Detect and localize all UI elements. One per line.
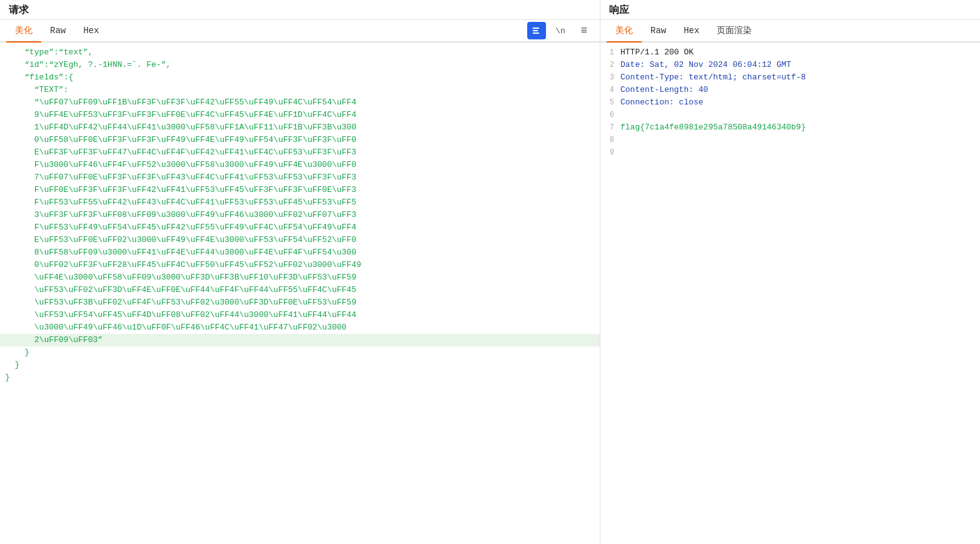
- right-tab-beautify[interactable]: 美化: [607, 20, 642, 43]
- resp-code-line: 8: [600, 134, 980, 146]
- svg-rect-2: [533, 33, 539, 34]
- left-code-line: 1\uFF4D\uFF42\uFF44\uFF41\u3000\uFF58\uF…: [0, 121, 600, 134]
- left-code-line: 9\uFF4E\uFF53\uFF3F\uFF3F\uFF0E\uFF4C\uF…: [0, 109, 600, 121]
- left-code-line: “TEXT”:: [0, 84, 600, 96]
- left-tab-hex[interactable]: Hex: [74, 21, 108, 42]
- resp-code-line: 1HTTP/1.1 200 OK: [600, 46, 980, 59]
- left-code-line: “id”:“zYEgh, ?.-1HNN.=ˆ. Fe-”,: [0, 59, 600, 71]
- left-code-line: \uFF53\uFF3B\uFF02\uFF4F\uFF53\uFF02\u30…: [0, 296, 600, 309]
- left-code-line: \u3000\uFF49\uFF46\u1D\uFF0F\uFF46\uFF4C…: [0, 321, 600, 334]
- left-code-line: 0\uFF02\uFF3F\uFF28\uFF45\uFF4C\uFF50\uF…: [0, 259, 600, 271]
- left-code-line: 0\uFF58\uFF0E\uFF3F\uFF3F\uFF49\uFF4E\uF…: [0, 134, 600, 146]
- right-code-area: 1HTTP/1.1 200 OK2Date: Sat, 02 Nov 2024 …: [600, 43, 980, 544]
- left-code-line: 8\uFF58\uFF09\u3000\uFF41\uFF4E\uFF44\u3…: [0, 246, 600, 259]
- svg-rect-0: [533, 28, 539, 29]
- left-code-line: }: [0, 371, 600, 384]
- right-tab-raw[interactable]: Raw: [642, 21, 675, 42]
- svg-rect-1: [533, 30, 538, 31]
- left-code-area: “type”:“text”, “id”:“zYEgh, ?.-1HNN.=ˆ. …: [0, 43, 600, 544]
- right-panel-header: 响应: [600, 0, 980, 20]
- right-panel: 响应 美化 Raw Hex 页面渲染 1HTTP/1.1 200 OK2Date…: [600, 0, 980, 544]
- resp-code-line: 7flag{7c1a4fe8981e295a78508a49146340b9}: [600, 121, 980, 134]
- resp-code-line: 6: [600, 109, 980, 121]
- right-tab-hex[interactable]: Hex: [675, 21, 708, 42]
- left-panel-header: 请求: [0, 0, 600, 20]
- left-panel: 请求 美化 Raw Hex \n ≡ “type”:“text”, “id”: [0, 0, 600, 544]
- right-tab-bar: 美化 Raw Hex 页面渲染: [600, 20, 980, 43]
- menu-icon-btn[interactable]: ≡: [575, 22, 594, 39]
- left-code-line: E\uFF53\uFF0E\uFF02\u3000\uFF49\uFF4E\u3…: [0, 234, 600, 246]
- left-code-line: “fields”:{: [0, 71, 600, 84]
- format-icon-btn[interactable]: [527, 22, 546, 39]
- left-code-line: E\uFF3F\uFF3F\uFF47\uFF4C\uFF4F\uFF42\uF…: [0, 146, 600, 159]
- left-code-line: F\uFF53\uFF55\uFF42\uFF43\uFF4C\uFF41\uF…: [0, 196, 600, 209]
- left-tab-bar: 美化 Raw Hex \n ≡: [0, 20, 600, 43]
- resp-code-line: 3Content-Type: text/html; charset=utf-8: [600, 71, 980, 84]
- left-code-line: \uFF53\uFF02\uFF3D\uFF4E\uFF0E\uFF44\uFF…: [0, 284, 600, 296]
- resp-code-line: 5Connection: close: [600, 96, 980, 109]
- left-code-line: 2\uFF09\uFF03”: [0, 334, 600, 346]
- left-code-line: F\uFF53\uFF49\uFF54\uFF45\uFF42\uFF55\uF…: [0, 221, 600, 234]
- left-code-line: 3\uFF3F\uFF3F\uFF08\uFF09\u3000\uFF49\uF…: [0, 209, 600, 221]
- left-code-line: F\u3000\uFF46\uFF4F\uFF52\u3000\uFF58\u3…: [0, 159, 600, 171]
- left-tab-beautify[interactable]: 美化: [6, 20, 41, 43]
- left-toolbar: \n ≡: [527, 22, 594, 39]
- left-code-line: \uFF4E\u3000\uFF58\uFF09\u3000\uFF3D\uFF…: [0, 271, 600, 284]
- left-code-line: F\uFF0E\uFF3F\uFF3F\uFF42\uFF41\uFF53\uF…: [0, 184, 600, 196]
- left-tab-raw[interactable]: Raw: [41, 21, 74, 42]
- resp-code-line: 9: [600, 146, 980, 159]
- left-code-line: }: [0, 359, 600, 371]
- left-code-line: 7\uFF07\uFF0E\uFF3F\uFF3F\uFF43\uFF4C\uF…: [0, 171, 600, 184]
- right-tab-render[interactable]: 页面渲染: [708, 20, 760, 43]
- resp-code-line: 2Date: Sat, 02 Nov 2024 06:04:12 GMT: [600, 59, 980, 71]
- left-code-line: “type”:“text”,: [0, 46, 600, 59]
- left-code-line: “\uFF07\uFF09\uFF1B\uFF3F\uFF3F\uFF42\uF…: [0, 96, 600, 109]
- newline-icon-btn[interactable]: \n: [551, 22, 570, 39]
- left-code-line: }: [0, 346, 600, 359]
- left-code-line: \uFF53\uFF54\uFF45\uFF4D\uFF08\uFF02\uFF…: [0, 309, 600, 321]
- resp-code-line: 4Content-Length: 40: [600, 84, 980, 96]
